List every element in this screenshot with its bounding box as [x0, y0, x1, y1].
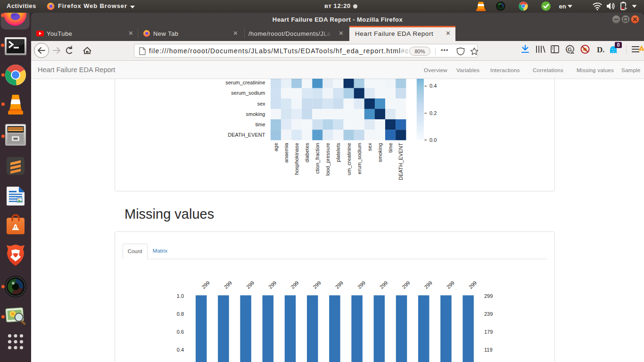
svg-text:299: 299: [467, 280, 477, 290]
svg-text:179: 179: [484, 329, 493, 335]
svg-text:299: 299: [312, 280, 322, 290]
svg-text:diabetes: diabetes: [304, 143, 310, 163]
svg-text:en: en: [559, 3, 566, 10]
svg-text:119: 119: [484, 347, 493, 353]
svg-text:hosphokinase: hosphokinase: [294, 143, 299, 175]
svg-text:DEATH_EVENT: DEATH_EVENT: [398, 143, 404, 181]
svg-text:299: 299: [267, 280, 277, 290]
svg-text:0.4: 0.4: [176, 347, 183, 353]
svg-text:0.2: 0.2: [429, 110, 437, 116]
svg-text:erum_sodium: erum_sodium: [356, 143, 362, 174]
svg-text:0.4: 0.4: [429, 83, 437, 89]
svg-text:ction_fraction: ction_fraction: [314, 143, 320, 173]
svg-text:299: 299: [379, 280, 388, 290]
svg-text:299: 299: [245, 280, 255, 290]
svg-text:0.8: 0.8: [176, 311, 183, 317]
svg-text:time: time: [256, 122, 265, 127]
svg-text:platelets: platelets: [335, 143, 341, 162]
svg-text:lood_pressure: lood_pressure: [325, 143, 330, 176]
svg-text:serum_creatinine: serum_creatinine: [225, 80, 265, 85]
svg-text:serum_sodium: serum_sodium: [231, 90, 265, 96]
svg-text:299: 299: [200, 280, 210, 290]
svg-text:DEATH_EVENT: DEATH_EVENT: [228, 132, 265, 138]
svg-text:0: 0: [617, 42, 620, 48]
svg-text:0.6: 0.6: [176, 329, 183, 335]
svg-text:299: 299: [484, 293, 493, 299]
svg-text:1.0: 1.0: [176, 293, 183, 299]
svg-text:time: time: [388, 143, 393, 153]
svg-text:299: 299: [334, 280, 344, 290]
svg-text:299: 299: [289, 280, 299, 290]
svg-text:age: age: [273, 143, 279, 151]
svg-text:um_creatinine: um_creatinine: [346, 143, 352, 175]
svg-text:A: A: [13, 223, 18, 232]
svg-text:299: 299: [401, 280, 411, 290]
svg-text:anaemia: anaemia: [283, 142, 289, 163]
svg-text:smoking: smoking: [246, 111, 265, 117]
svg-text:0.0: 0.0: [429, 137, 437, 143]
svg-text:smoking: smoking: [377, 143, 383, 162]
svg-text:sex: sex: [257, 101, 265, 107]
svg-text:239: 239: [484, 311, 493, 317]
svg-text:299: 299: [223, 280, 232, 290]
svg-text:!: !: [572, 51, 573, 54]
svg-text:299: 299: [423, 280, 433, 290]
svg-text:299: 299: [445, 280, 455, 290]
svg-text:!: !: [641, 47, 642, 51]
svg-text:D.: D.: [597, 45, 605, 54]
svg-text:299: 299: [356, 280, 366, 290]
svg-text:sex: sex: [367, 143, 372, 151]
